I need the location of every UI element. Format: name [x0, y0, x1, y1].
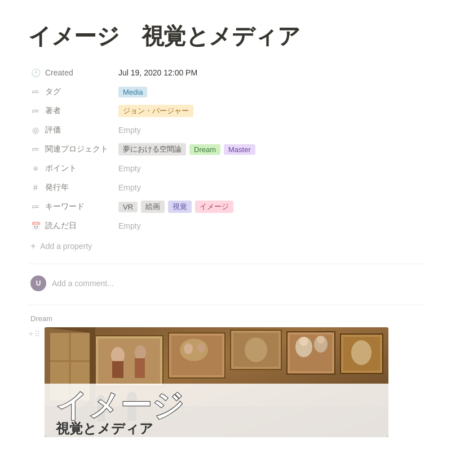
svg-point-10	[135, 345, 146, 360]
year-value: Empty	[118, 183, 423, 192]
tags-value: Media	[118, 87, 423, 97]
read-date-label: 📅 読んだ日	[28, 221, 118, 231]
page-title: イメージ 視覚とメディア	[28, 23, 423, 50]
user-avatar: U	[30, 275, 46, 291]
author-value: ジョン・バージャー	[118, 105, 423, 117]
tags-property-row[interactable]: ≔ タグ Media	[28, 82, 423, 101]
svg-rect-11	[112, 361, 123, 378]
add-block-button[interactable]: +	[28, 330, 33, 339]
comment-section[interactable]: U Add a comment...	[28, 269, 423, 298]
svg-point-26	[317, 336, 325, 344]
section-divider	[28, 264, 423, 264]
tag-author[interactable]: ジョン・バージャー	[118, 105, 193, 117]
tag-keyword-2[interactable]: 絵画	[141, 201, 165, 213]
points-label: ≡ ポイント	[28, 163, 118, 174]
add-property-label: Add a property	[40, 242, 92, 251]
tag-keyword-3[interactable]: 視覚	[168, 201, 192, 213]
rating-property-row[interactable]: ◎ 評価 Empty	[28, 121, 423, 140]
svg-text:視覚とメディア: 視覚とメディア	[55, 421, 153, 436]
svg-point-20	[245, 337, 267, 362]
tag-keyword-4[interactable]: イメージ	[195, 201, 233, 213]
points-value: Empty	[118, 164, 423, 173]
year-label: # 発行年	[28, 183, 118, 193]
target-icon: ◎	[30, 126, 41, 135]
tag-related-3[interactable]: Master	[224, 144, 255, 155]
properties-section: 🕐 Created Jul 19, 2020 12:00 PM ≔ タグ Med…	[28, 63, 423, 255]
svg-point-25	[299, 337, 308, 346]
dream-label: Dream	[28, 314, 423, 323]
list-icon-3: ≔	[30, 145, 41, 154]
related-value: 夢における空間論 Dream Master	[118, 143, 423, 155]
rating-label: ◎ 評価	[28, 125, 118, 135]
created-property-row[interactable]: 🕐 Created Jul 19, 2020 12:00 PM	[28, 63, 423, 82]
svg-point-29	[351, 340, 372, 365]
tag-related-1[interactable]: 夢における空間論	[118, 143, 186, 155]
book-cover-svg: イメージ 視覚とメディア	[45, 327, 388, 437]
hash-icon: #	[30, 183, 41, 192]
svg-point-17	[197, 342, 205, 353]
comment-input[interactable]: Add a comment...	[52, 279, 114, 288]
read-date-property-row[interactable]: 📅 読んだ日 Empty	[28, 216, 423, 235]
keywords-value: VR 絵画 視覚 イメージ	[118, 201, 423, 213]
calendar-icon: 📅	[30, 221, 41, 230]
list-icon-4: ≡	[30, 164, 41, 173]
related-label: ≔ 関連プロジェクト	[28, 144, 118, 154]
block-controls: + ⠿	[28, 327, 40, 339]
tag-keyword-1[interactable]: VR	[118, 202, 138, 212]
keywords-property-row[interactable]: ≔ キーワード VR 絵画 視覚 イメージ	[28, 197, 423, 216]
svg-rect-12	[135, 358, 145, 378]
plus-icon: +	[30, 241, 36, 251]
tag-media[interactable]: Media	[118, 87, 147, 97]
clock-icon: 🕐	[30, 68, 41, 77]
created-label: 🕐 Created	[28, 68, 118, 77]
list-icon: ≔	[30, 87, 41, 96]
keywords-label: ≔ キーワード	[28, 202, 118, 212]
content-section: Dream + ⠿	[28, 305, 423, 437]
svg-point-16	[184, 343, 193, 354]
author-property-row[interactable]: ≔ 著者 ジョン・バージャー	[28, 101, 423, 121]
drag-handle[interactable]: ⠿	[34, 330, 40, 339]
points-property-row[interactable]: ≡ ポイント Empty	[28, 159, 423, 178]
author-label: ≔ 著者	[28, 106, 118, 116]
tag-related-2[interactable]: Dream	[189, 144, 220, 155]
add-property-button[interactable]: + Add a property	[28, 238, 423, 255]
list-icon-5: ≔	[30, 202, 41, 211]
read-date-value: Empty	[118, 221, 423, 230]
year-property-row[interactable]: # 発行年 Empty	[28, 178, 423, 197]
book-cover-image: イメージ 視覚とメディア	[45, 327, 388, 437]
related-property-row[interactable]: ≔ 関連プロジェクト 夢における空間論 Dream Master	[28, 140, 423, 159]
tags-label: ≔ タグ	[28, 87, 118, 97]
svg-rect-8	[98, 339, 160, 384]
rating-value: Empty	[118, 126, 423, 135]
svg-text:イメージ: イメージ	[56, 388, 184, 423]
image-block-container: + ⠿	[28, 327, 423, 437]
list-icon-2: ≔	[30, 106, 41, 115]
created-value: Jul 19, 2020 12:00 PM	[118, 68, 423, 77]
